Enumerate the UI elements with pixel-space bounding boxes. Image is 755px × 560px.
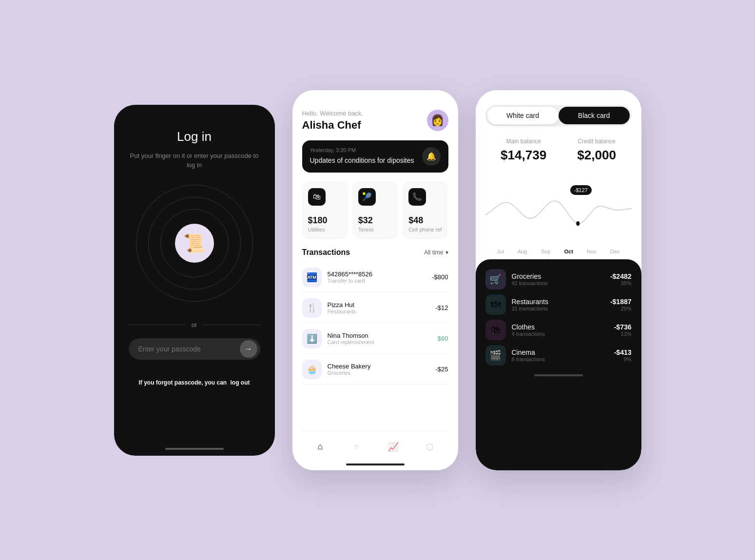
- white-card-toggle[interactable]: White card: [487, 107, 559, 124]
- analytics-categories: 🛒 Groceries 42 transactions -$2482 35% 🍽…: [476, 259, 641, 470]
- filter-chevron-icon: ▾: [445, 249, 448, 256]
- restaurants-pct: 29%: [610, 306, 632, 311]
- transaction-name: Pizza Hut: [328, 301, 436, 309]
- transaction-item[interactable]: 🍴 Pizza Hut Restaurants -$12: [302, 293, 448, 323]
- restaurants-name: Restaurants: [512, 298, 604, 306]
- utilities-label: Utilities: [308, 227, 342, 232]
- cinema-icon: 🎬: [485, 345, 506, 366]
- nav-home-icon[interactable]: ⌂: [311, 438, 329, 456]
- user-avatar[interactable]: 👩: [427, 110, 448, 131]
- transaction-amount: -$12: [435, 304, 448, 311]
- month-oct: Oct: [564, 249, 573, 254]
- logout-link[interactable]: log out: [231, 379, 250, 386]
- transaction-amount: -$25: [435, 366, 448, 373]
- fingerprint-icon: 📜: [183, 233, 205, 253]
- groceries-name: Groceries: [512, 272, 604, 280]
- or-divider: or: [129, 321, 260, 328]
- transaction-sub: Transfer to card: [328, 278, 432, 284]
- restaurants-count: 31 transactions: [512, 306, 604, 311]
- cinema-info: Cinema 8 transactions: [512, 348, 608, 362]
- transaction-sub: Groceries: [328, 370, 436, 376]
- month-nov: Nov: [587, 249, 597, 254]
- transaction-amount: -$800: [432, 273, 448, 281]
- credit-balance-label: Credit balance: [577, 138, 616, 145]
- clothes-info: Clothes 4 transactions: [512, 323, 608, 337]
- groceries-count: 42 transactions: [512, 280, 604, 286]
- main-balance-item: Main balance $14,739: [501, 138, 546, 163]
- transactions-title: Transactions: [302, 248, 350, 257]
- transaction-info: Nina Thomson Card replenishment: [328, 332, 438, 345]
- black-card-toggle[interactable]: Black card: [559, 107, 630, 124]
- notification-text: Updates of conditions for diposites: [310, 156, 414, 166]
- notification-bell-icon[interactable]: 🔔: [422, 147, 441, 166]
- transaction-sub: Card replenishment: [328, 339, 438, 345]
- transaction-item[interactable]: ⬇️ Nina Thomson Card replenishment $60: [302, 324, 448, 354]
- fingerprint-area[interactable]: 📜: [136, 185, 253, 302]
- chart-months: Jul Aug Sep Oct Nov Dec: [485, 249, 632, 259]
- dashboard-header: Hello. Welcome back, Alisha Chef 👩: [302, 110, 448, 132]
- main-balance-label: Main balance: [501, 138, 546, 145]
- passcode-submit-button[interactable]: →: [240, 340, 257, 358]
- forgot-static: If you forgot passcode, you can: [138, 379, 227, 386]
- category-groceries[interactable]: 🛒 Groceries 42 transactions -$2482 35%: [485, 269, 632, 290]
- chart-point: [576, 221, 580, 226]
- transaction-amount: $60: [438, 335, 448, 342]
- restaurants-icon: 🍽: [485, 294, 506, 315]
- chart-svg: [485, 171, 632, 249]
- bakery-icon: 🧁: [302, 360, 322, 379]
- restaurant-icon: 🍴: [302, 298, 322, 318]
- transaction-info: 542865****8526 Transfer to card: [328, 270, 432, 284]
- category-restaurants[interactable]: 🍽 Restaurants 31 transactions -$1887 29%: [485, 294, 632, 315]
- chart-tooltip: -$127: [570, 185, 592, 195]
- login-title: Log in: [177, 129, 212, 144]
- tennis-label: Tennis: [358, 227, 392, 232]
- balance-row: Main balance $14,739 Credit balance $2,0…: [485, 138, 632, 163]
- month-dec: Dec: [610, 249, 620, 254]
- utilities-icon: 🛍: [308, 188, 326, 206]
- clothes-icon: 🛍: [485, 320, 506, 340]
- phone-login: Log in Put your finger on it or enter yo…: [114, 105, 275, 456]
- home-indicator: [165, 448, 224, 450]
- fingerprint-button[interactable]: 📜: [175, 224, 214, 263]
- bottom-nav: ⌂ ○ 📈 ⬡: [302, 431, 448, 460]
- cinema-count: 8 transactions: [512, 356, 608, 362]
- month-jul: Jul: [497, 249, 504, 254]
- credit-balance-item: Credit balance $2,000: [577, 138, 616, 163]
- notification-time: Yesterday, 3:20 PM: [310, 147, 414, 153]
- transaction-item[interactable]: 🏧 542865****8526 Transfer to card -$800: [302, 263, 448, 292]
- nav-settings-icon[interactable]: ⬡: [421, 438, 439, 456]
- cell-icon: 📞: [408, 188, 426, 206]
- utilities-amount: $180: [308, 215, 342, 226]
- groceries-pct: 35%: [610, 280, 632, 286]
- month-sep: Sep: [541, 249, 551, 254]
- or-line-right: [203, 325, 260, 325]
- transaction-sub: Restaurants: [328, 309, 436, 314]
- transaction-name: Cheese Bakery: [328, 363, 436, 370]
- transactions-filter[interactable]: All time ▾: [424, 249, 448, 256]
- forgot-text: If you forgot passcode, you can log out: [138, 379, 250, 386]
- spend-card-tennis[interactable]: 🎾 $32 Tennis: [352, 181, 398, 239]
- clothes-name: Clothes: [512, 323, 608, 331]
- category-clothes[interactable]: 🛍 Clothes 4 transactions -$736 13%: [485, 320, 632, 340]
- nav-chart-icon[interactable]: 📈: [385, 438, 402, 456]
- transaction-name: 542865****8526: [328, 270, 432, 278]
- notification-card[interactable]: Yesterday, 3:20 PM Updates of conditions…: [302, 140, 448, 173]
- spend-card-cell[interactable]: 📞 $48 Cell phone ref: [403, 181, 448, 239]
- category-cinema[interactable]: 🎬 Cinema 8 transactions -$413 9%: [485, 345, 632, 366]
- transaction-item[interactable]: 🧁 Cheese Bakery Groceries -$25: [302, 355, 448, 385]
- nav-search-icon[interactable]: ○: [348, 438, 366, 456]
- spend-card-utilities[interactable]: 🛍 $180 Utilities: [302, 181, 348, 239]
- tennis-amount: $32: [358, 215, 392, 226]
- groceries-amount: -$2482: [610, 272, 632, 280]
- restaurants-stats: -$1887 29%: [610, 298, 632, 311]
- card-toggle: White card Black card: [485, 105, 632, 126]
- cinema-name: Cinema: [512, 348, 608, 356]
- replenishment-icon: ⬇️: [302, 329, 322, 348]
- greeting-text: Hello. Welcome back,: [302, 110, 363, 117]
- user-name: Alisha Chef: [302, 119, 363, 132]
- spending-cards: 🛍 $180 Utilities 🎾 $32 Tennis 📞 $48 Cell…: [302, 181, 448, 239]
- credit-balance-value: $2,000: [577, 148, 616, 163]
- main-balance-value: $14,739: [501, 148, 546, 163]
- groceries-info: Groceries 42 transactions: [512, 272, 604, 286]
- transaction-info: Pizza Hut Restaurants: [328, 301, 436, 314]
